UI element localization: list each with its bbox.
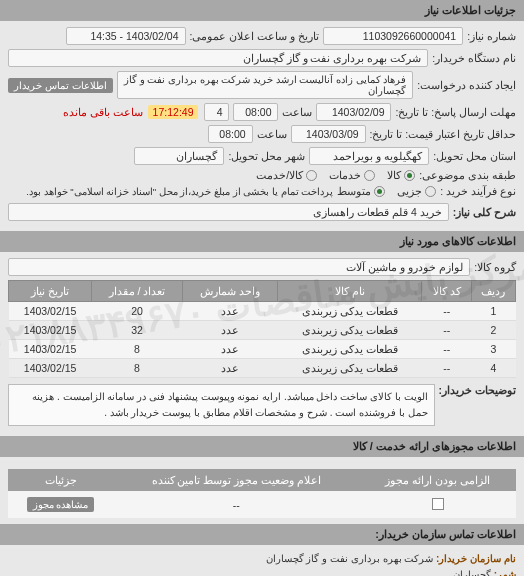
requester-value: فرهاد کمایی زاده آنالیست ارشد خرید شرکت … [117, 71, 414, 99]
radio-motevasset[interactable]: متوسط [337, 185, 385, 197]
group-value: لوازم خودرو و ماشین آلات [8, 258, 470, 276]
table-cell: عدد [182, 359, 277, 378]
resp-time-value: 08:00 [233, 103, 278, 121]
items-table: ردیفکد کالانام کالاواحد شمارشتعداد / مقد… [8, 280, 516, 378]
radio-kala[interactable]: کالا [387, 169, 415, 181]
items-col-header: نام کالا [277, 281, 422, 302]
province-label: استان محل تحویل: [433, 150, 516, 162]
city-value: گچساران [134, 147, 224, 165]
packing-label: طبقه بندی موضوعی: [419, 169, 516, 181]
radio-dot-icon [425, 186, 436, 197]
time-label-2: ساعت [257, 128, 287, 140]
table-cell: 3 [471, 340, 515, 359]
need-desc-label: شرح کلی نیاز: [453, 206, 516, 218]
footer-body: نام سازمان خریدار: شرکت بهره برداری نفت … [0, 545, 524, 576]
view-permit-button[interactable]: مشاهده مجوز [27, 497, 95, 512]
table-cell: 8 [92, 359, 183, 378]
perm-col-header: جزئیات [8, 469, 113, 491]
table-cell: -- [422, 340, 472, 359]
checkbox-icon[interactable] [432, 498, 444, 510]
details-section-header: جزئیات اطلاعات نیاز [0, 0, 524, 21]
radio-kala-label: کالا [387, 169, 401, 181]
radio-dot-icon [374, 186, 385, 197]
permit-details-cell: مشاهده مجوز [8, 491, 113, 518]
footer-city-label: شهر: [494, 569, 516, 576]
radio-kala-khadamat[interactable]: کالا/خدمت [256, 169, 317, 181]
process-radio-group: جزیی متوسط [337, 185, 436, 197]
items-section-header: اطلاعات کالاهای مورد نیاز [0, 231, 524, 252]
items-header-row: ردیفکد کالانام کالاواحد شمارشتعداد / مقد… [9, 281, 516, 302]
province-value: کهگیلویه و بویراحمد [309, 147, 429, 165]
public-date-value: 1403/02/04 - 14:35 [66, 27, 186, 45]
details-section-body: شماره نیاز: 1103092660000041 تاریخ و ساع… [0, 21, 524, 231]
permit-status-cell: -- [113, 491, 359, 518]
resp-date-value: 1403/02/09 [316, 103, 391, 121]
buyer-notes-value: الویت با کالای ساخت داخل میباشد. ارایه ن… [8, 384, 435, 426]
radio-dot-icon [364, 170, 375, 181]
permits-section-header: اطلاعات مجوزهای ارائه خدمت / کالا [0, 436, 524, 457]
table-row: 3--قطعات یدکی زیربندیعدد81403/02/15 [9, 340, 516, 359]
permits-header-row: الزامی بودن ارائه مجوزاعلام وضعیت مجوز ت… [8, 469, 516, 491]
buyer-name-label: نام دستگاه خریدار: [432, 52, 516, 64]
radio-khadamat[interactable]: خدمات [329, 169, 375, 181]
table-cell: 1 [471, 302, 515, 321]
items-col-header: کد کالا [422, 281, 472, 302]
table-cell: قطعات یدکی زیربندی [277, 359, 422, 378]
valid-date-value: 1403/03/09 [291, 125, 366, 143]
group-label: گروه کالا: [474, 261, 516, 273]
radio-jozi[interactable]: جزیی [397, 185, 436, 197]
remaining-label: 17:12:49 ساعت باقی مانده [63, 106, 201, 118]
valid-deadline-label: حداقل تاریخ اعتبار قیمت: تا تاریخ: [370, 128, 516, 140]
table-row: 4--قطعات یدکی زیربندیعدد81403/02/15 [9, 359, 516, 378]
table-cell: 1403/02/15 [9, 321, 92, 340]
footer-section-header: اطلاعات تماس سازمان خریدار: [0, 524, 524, 545]
table-cell: عدد [182, 340, 277, 359]
table-cell: قطعات یدکی زیربندی [277, 302, 422, 321]
table-cell: 4 [471, 359, 515, 378]
valid-time-value: 08:00 [208, 125, 253, 143]
category-radio-group: کالا خدمات کالا/خدمت [256, 169, 415, 181]
radio-dot-icon [306, 170, 317, 181]
table-cell: 2 [471, 321, 515, 340]
resp-deadline-label: مهلت ارسال پاسخ: تا تاریخ: [395, 106, 516, 118]
buyer-notes-label: توضیحات خریدار: [439, 384, 516, 396]
remaining-suffix: ساعت باقی مانده [63, 106, 143, 118]
table-cell: 32 [92, 321, 183, 340]
items-col-header: واحد شمارش [182, 281, 277, 302]
items-col-header: تاریخ نیاز [9, 281, 92, 302]
buyer-name-value: شرکت بهره برداری نفت و گاز گچساران [8, 49, 428, 67]
table-cell: 1403/02/15 [9, 340, 92, 359]
perm-col-header: الزامی بودن ارائه مجوز [360, 469, 516, 491]
radio-khadamat-label: خدمات [329, 169, 361, 181]
footer-city-value: گچساران [453, 569, 491, 576]
permit-mandatory-cell [360, 491, 516, 518]
permits-section-body: الزامی بودن ارائه مجوزاعلام وضعیت مجوز ت… [0, 457, 524, 524]
items-col-header: ردیف [471, 281, 515, 302]
table-cell: عدد [182, 321, 277, 340]
buy-process-note: پرداخت تمام یا بخشی از مبلغ خرید،از محل … [26, 186, 333, 197]
table-cell: 8 [92, 340, 183, 359]
buy-process-label: نوع فرآیند خرید : [440, 185, 516, 197]
table-cell: قطعات یدکی زیربندی [277, 340, 422, 359]
table-cell: 1403/02/15 [9, 302, 92, 321]
items-col-header: تعداد / مقدار [92, 281, 183, 302]
items-section-body: گروه کالا: لوازم خودرو و ماشین آلات ردیف… [0, 252, 524, 436]
radio-motevasset-label: متوسط [337, 185, 371, 197]
table-cell: -- [422, 321, 472, 340]
perm-col-header: اعلام وضعیت مجوز توسط تامین کننده [113, 469, 359, 491]
time-label-1: ساعت [282, 106, 312, 118]
remain-days-value: 4 [204, 103, 229, 121]
radio-jozi-label: جزیی [397, 185, 422, 197]
table-cell: 1403/02/15 [9, 359, 92, 378]
requester-label: ایجاد کننده درخواست: [417, 79, 516, 91]
radio-dot-icon [404, 170, 415, 181]
public-date-label: تاریخ و ساعت اعلان عمومی: [190, 30, 320, 42]
table-cell: 20 [92, 302, 183, 321]
req-no-label: شماره نیاز: [467, 30, 516, 42]
radio-kala-khadamat-label: کالا/خدمت [256, 169, 303, 181]
req-no-value: 1103092660000041 [323, 27, 463, 45]
buyer-contact-button[interactable]: اطلاعات تماس خریدار [8, 78, 113, 93]
table-cell: قطعات یدکی زیربندی [277, 321, 422, 340]
need-desc-value: خرید 4 قلم قطعات راهسازی [8, 203, 449, 221]
org-name-value: شرکت بهره برداری نفت و گاز گچساران [266, 553, 434, 564]
